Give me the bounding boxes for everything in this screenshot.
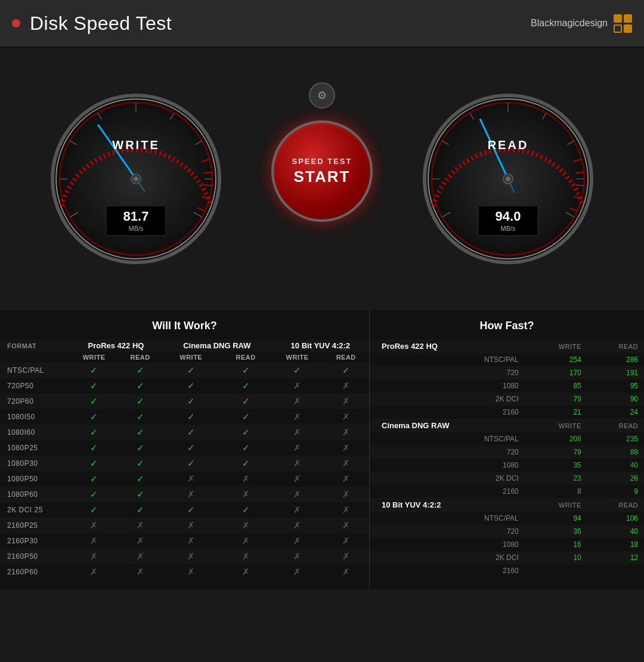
settings-icon: ⚙ — [317, 89, 327, 102]
cross-cell: ✗ — [219, 564, 271, 580]
read-value: 95 — [587, 379, 644, 392]
check-cell: ✓ — [323, 363, 369, 378]
row-label: 2160 — [370, 406, 525, 419]
read-value: 40 — [587, 459, 644, 472]
table-row: 1080p30✓✓✓✓✗✗ — [0, 456, 369, 471]
cross-cell: ✗ — [323, 456, 369, 471]
table-row: NTSC/PAL✓✓✓✓✓✓ — [0, 363, 369, 378]
list-item: NTSC/PAL 94 106 — [370, 512, 644, 525]
brand-dot-3 — [614, 24, 622, 33]
svg-text:MB/s: MB/s — [129, 225, 144, 232]
check-cell: ✓ — [162, 502, 219, 518]
check-cell: ✓ — [272, 363, 323, 378]
write-value: 21 — [525, 406, 587, 419]
format-cell: 720p50 — [0, 378, 70, 394]
cinema-read-header: READ — [219, 352, 271, 363]
cross-cell: ✗ — [118, 533, 162, 549]
cross-cell: ✗ — [118, 518, 162, 533]
row-label: 2K DCI — [370, 551, 525, 564]
prores-read-header: READ — [118, 352, 162, 363]
format-cell: 2160p25 — [0, 518, 70, 533]
settings-button[interactable]: ⚙ — [309, 82, 335, 109]
list-item: 2160 — [370, 564, 644, 577]
list-item: 2K DCI 79 90 — [370, 392, 644, 406]
how-fast-section: How Fast? ProRes 422 HQ WRITE READ NTSC/… — [370, 310, 644, 589]
read-value: 106 — [587, 512, 644, 525]
format-cell: 1080i60 — [0, 425, 70, 440]
check-cell: ✓ — [118, 378, 162, 394]
read-value: 18 — [587, 538, 644, 551]
will-it-work-title: Will It Work? — [0, 320, 369, 332]
check-cell: ✓ — [118, 502, 162, 518]
prores-header: ProRes 422 HQ — [70, 339, 162, 352]
format-cell: 2160p30 — [0, 533, 70, 549]
cross-cell: ✗ — [272, 518, 323, 533]
cross-cell: ✗ — [323, 502, 369, 518]
how-fast-title: How Fast? — [370, 320, 644, 332]
check-cell: ✓ — [162, 378, 219, 394]
cross-cell: ✗ — [219, 549, 271, 564]
check-cell: ✓ — [162, 363, 219, 378]
svg-text:MB/s: MB/s — [500, 225, 516, 232]
yuv-write-header: WRITE — [272, 352, 323, 363]
write-value: 35 — [525, 459, 587, 472]
close-button[interactable] — [12, 19, 20, 27]
check-cell: ✓ — [219, 425, 271, 440]
table-row: 2K DCI 25✓✓✓✓✗✗ — [0, 502, 369, 518]
cross-cell: ✗ — [323, 394, 369, 409]
codec-section-header: ProRes 422 HQ WRITE READ — [370, 339, 644, 353]
row-label: 1080 — [370, 379, 525, 392]
cross-cell: ✗ — [272, 533, 323, 549]
read-value: 90 — [587, 392, 644, 406]
write-value: 85 — [525, 379, 587, 392]
write-value: 10 — [525, 551, 587, 564]
write-value: 23 — [525, 472, 587, 485]
read-value: 26 — [587, 472, 644, 485]
brand-dot-4 — [624, 24, 632, 33]
will-it-work-table: FORMAT ProRes 422 HQ Cinema DNG RAW 10 B… — [0, 339, 369, 580]
start-speed-test-button[interactable]: SPEED TEST START — [271, 120, 373, 222]
brand-logo: Blackmagicdesign — [531, 14, 632, 33]
cross-cell: ✗ — [272, 456, 323, 471]
brand-dot-2 — [624, 14, 632, 23]
table-row: 1080p25✓✓✓✓✗✗ — [0, 440, 369, 456]
cross-cell: ✗ — [272, 471, 323, 487]
cross-cell: ✗ — [219, 518, 271, 533]
check-cell: ✓ — [219, 363, 271, 378]
table-row: 1080p50✓✓✗✗✗✗ — [0, 471, 369, 487]
table-row: 2160p25✗✗✗✗✗✗ — [0, 518, 369, 533]
cross-cell: ✗ — [272, 502, 323, 518]
prores-write-header: WRITE — [70, 352, 118, 363]
format-cell: 1080p30 — [0, 456, 70, 471]
check-cell: ✓ — [118, 471, 162, 487]
list-item: NTSC/PAL 254 286 — [370, 353, 644, 366]
svg-line-14 — [204, 185, 212, 185]
cross-cell: ✗ — [272, 487, 323, 502]
cross-cell: ✗ — [272, 394, 323, 409]
read-value: 24 — [587, 406, 644, 419]
list-item: 1080 85 95 — [370, 379, 644, 392]
check-cell: ✓ — [118, 456, 162, 471]
cinema-write-header: WRITE — [162, 352, 219, 363]
cross-cell: ✗ — [323, 471, 369, 487]
cross-cell: ✗ — [272, 564, 323, 580]
cross-cell: ✗ — [70, 533, 118, 549]
cross-cell: ✗ — [70, 564, 118, 580]
check-cell: ✓ — [70, 425, 118, 440]
check-cell: ✓ — [219, 409, 271, 425]
write-gauge-svg: 81.7 MB/s WRITE — [47, 89, 225, 268]
check-cell: ✓ — [70, 502, 118, 518]
row-label: 2160 — [370, 485, 525, 498]
read-value: 40 — [587, 525, 644, 538]
check-cell: ✓ — [70, 378, 118, 394]
cross-cell: ✗ — [162, 487, 219, 502]
sub-header-row: WRITE READ WRITE READ WRITE READ — [0, 352, 369, 363]
svg-text:81.7: 81.7 — [123, 209, 149, 224]
read-value: 191 — [587, 366, 644, 379]
list-item: 720 170 191 — [370, 366, 644, 379]
cross-cell: ✗ — [162, 518, 219, 533]
cross-cell: ✗ — [162, 564, 219, 580]
row-label: 2160 — [370, 564, 525, 577]
row-label: 1080 — [370, 538, 525, 551]
svg-line-13 — [204, 172, 212, 173]
